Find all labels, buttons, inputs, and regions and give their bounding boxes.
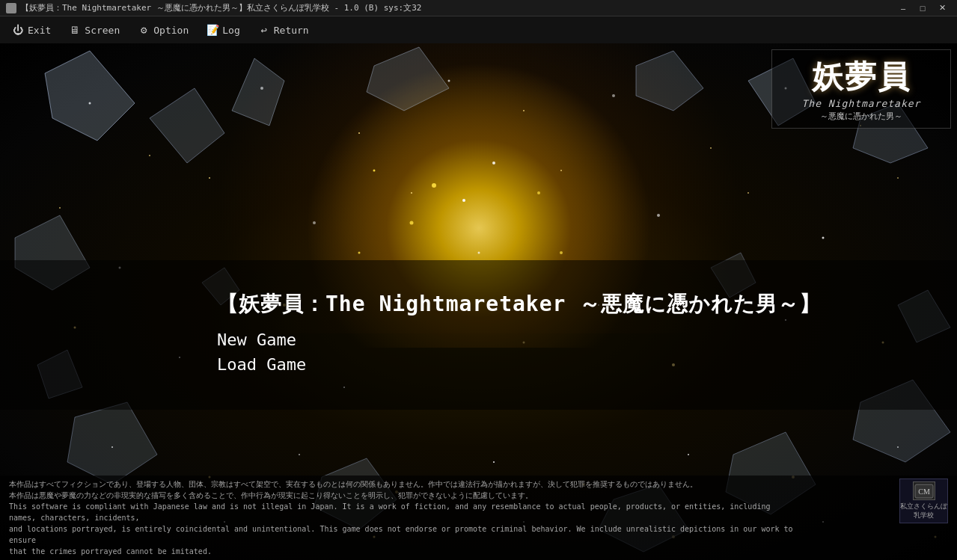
studio-logo: CM 私立さくらんぼ 乳学校 (899, 479, 948, 523)
titlebar-controls: – □ ✕ (894, 2, 951, 14)
disclaimer-jp-2: 本作品は悪魔や夢魔の力などの非現実的な描写を多く含めることで、作中行為が現実に起… (9, 490, 795, 501)
return-icon: ↩ (258, 24, 270, 36)
game-title: 【妖夢員：The Nightmaretaker ～悪魔に憑かれた男～】 (217, 290, 957, 319)
new-game-button[interactable]: New Game (217, 330, 296, 349)
titlebar-left: 【妖夢員：The Nightmaretaker ～悪魔に憑かれた男～】私立さくら… (6, 2, 421, 13)
disclaimer-en-1: This software is compliant with Japanese… (9, 501, 795, 523)
logo-main-text: 妖夢員 (781, 56, 941, 98)
svg-text:CM: CM (918, 487, 930, 496)
disclaimer-en-3: that the crimes portrayed cannot be imit… (9, 546, 795, 557)
exit-icon: ⏻ (12, 24, 24, 36)
option-icon: ⚙ (138, 24, 150, 36)
logo-sub-en: The Nightmaretaker (781, 98, 941, 109)
menu-return-label: Return (274, 25, 309, 36)
logo-box: 妖夢員 The Nightmaretaker ～悪魔に憑かれた男～ (771, 49, 951, 129)
minimize-button[interactable]: – (894, 2, 912, 14)
bottom-area: 本作品はすべてフィクションであり、登場する人物、団体、宗教はすべて架空で、実在す… (0, 476, 957, 560)
menu-exit[interactable]: ⏻ Exit (3, 21, 60, 39)
menu-option[interactable]: ⚙ Option (129, 21, 198, 39)
menu-log-label: Log (222, 25, 239, 36)
menu-option-label: Option (153, 25, 189, 36)
menu-log[interactable]: 📝 Log (198, 21, 248, 39)
disclaimer: 本作品はすべてフィクションであり、登場する人物、団体、宗教はすべて架空で、実在す… (9, 479, 795, 557)
close-button[interactable]: ✕ (933, 2, 951, 14)
maximize-button[interactable]: □ (914, 2, 932, 14)
menu-exit-label: Exit (28, 25, 51, 36)
menu-screen-label: Screen (85, 25, 120, 36)
studio-logo-box: CM 私立さくらんぼ 乳学校 (899, 479, 948, 523)
titlebar-title: 【妖夢員：The Nightmaretaker ～悪魔に憑かれた男～】私立さくら… (21, 2, 421, 13)
logo-sub-jp: ～悪魔に憑かれた男～ (781, 111, 941, 122)
menu-screen[interactable]: 🖥 Screen (60, 21, 129, 39)
disclaimer-en-2: and locations portrayed, is entirely coi… (9, 523, 795, 546)
titlebar: 【妖夢員：The Nightmaretaker ～悪魔に憑かれた男～】私立さくら… (0, 0, 957, 16)
app-icon (6, 3, 16, 13)
game-area: 【妖夢員：The Nightmaretaker ～悪魔に憑かれた男～】 New … (0, 43, 957, 560)
text-panel: 【妖夢員：The Nightmaretaker ～悪魔に憑かれた男～】 New … (0, 260, 957, 410)
log-icon: 📝 (207, 24, 218, 36)
menu-return[interactable]: ↩ Return (249, 21, 318, 39)
load-game-button[interactable]: Load Game (217, 355, 306, 374)
studio-name: 私立さくらんぼ 乳学校 (900, 502, 947, 520)
logo-area: 妖夢員 The Nightmaretaker ～悪魔に憑かれた男～ (771, 49, 951, 132)
disclaimer-jp-1: 本作品はすべてフィクションであり、登場する人物、団体、宗教はすべて架空で、実在す… (9, 479, 795, 490)
studio-icon: CM (913, 481, 935, 500)
screen-icon: 🖥 (69, 24, 81, 36)
menubar: ⏻ Exit 🖥 Screen ⚙ Option 📝 Log ↩ Return (0, 16, 957, 43)
